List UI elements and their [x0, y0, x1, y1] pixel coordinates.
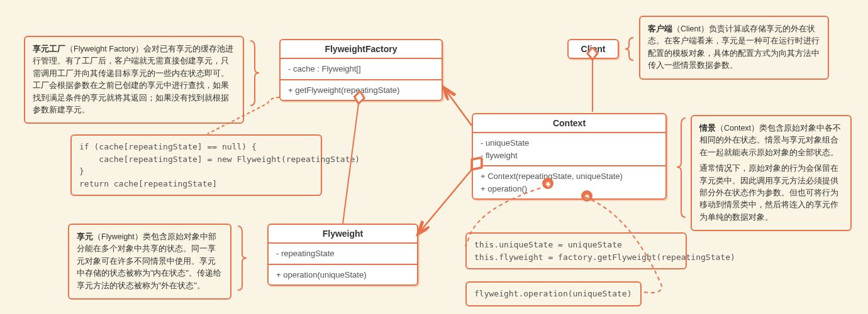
note-context: 情景（Context）类包含原始对象中各不相同的外在状态。情景与享元对象组合在一… — [691, 115, 852, 231]
note-factory: 享元工厂（Flyweight Factory）会对已有享元的缓存池进行管理。有了… — [24, 36, 244, 124]
uml-context: Context - uniqueState - flyweight + Cont… — [472, 113, 667, 200]
note-factory-en: （Flyweight Factory） — [65, 45, 143, 53]
uml-flyweight-factory: FlyweightFactory - cache : Flyweight[] +… — [279, 39, 443, 101]
code-operation: flyweight.operation(uniqueState) — [465, 281, 642, 306]
uml-flyweight-methods: + operation(uniqueState) — [269, 265, 417, 285]
uml-flyweight-title: Flyweight — [269, 225, 417, 244]
note-flyweight-title: 享元 — [77, 232, 93, 241]
uml-context-methods: + Context(repeatingState, uniqueState) +… — [473, 166, 665, 198]
uml-factory-fields: - cache : Flyweight[] — [281, 59, 442, 80]
code-context-ctor: this.uniqueState = uniqueState this.flyw… — [465, 232, 687, 269]
note-context-en: （Context） — [716, 124, 759, 133]
note-flyweight: 享元（Flyweight）类包含原始对象中部分能在多个对象中共享的状态。同一享元… — [68, 224, 231, 300]
note-factory-body: 会对已有享元的缓存池进行管理。有了工厂后，客户端就无需直接创建享元，只需调用工厂… — [33, 45, 233, 114]
uml-factory-title: FlyweightFactory — [281, 40, 442, 59]
uml-client-title: Client — [569, 40, 618, 58]
note-client-title: 客户端 — [648, 24, 672, 33]
note-flyweight-en: （Flyweight） — [93, 232, 143, 241]
eye-icon — [542, 178, 554, 189]
uml-flyweight: Flyweight - repeatingState + operation(u… — [267, 224, 418, 286]
note-context-body2: 通常情况下，原始对象的行为会保留在享元类中。因此调用享元方法必须提供部分外在状态… — [699, 164, 838, 222]
uml-flyweight-fields: - repeatingState — [269, 244, 417, 265]
note-context-title: 情景 — [699, 124, 716, 133]
uml-client: Client — [567, 39, 619, 59]
uml-context-title: Context — [473, 114, 665, 133]
note-client: 客户端（Client）负责计算或存储享元的外在状态。在客户端看来，享元是一种可在… — [639, 16, 829, 80]
uml-factory-methods: + getFlyweight(repeatingState) — [281, 80, 442, 100]
svg-line-2 — [444, 88, 472, 126]
note-factory-title: 享元工厂 — [33, 45, 65, 53]
note-client-en: （Client） — [672, 24, 709, 33]
svg-line-1 — [418, 170, 472, 234]
code-get-flyweight: if (cache[repeatingState] == null) { cac… — [70, 134, 322, 196]
eye-icon — [581, 190, 593, 202]
uml-context-fields: - uniqueState - flyweight — [473, 133, 665, 166]
